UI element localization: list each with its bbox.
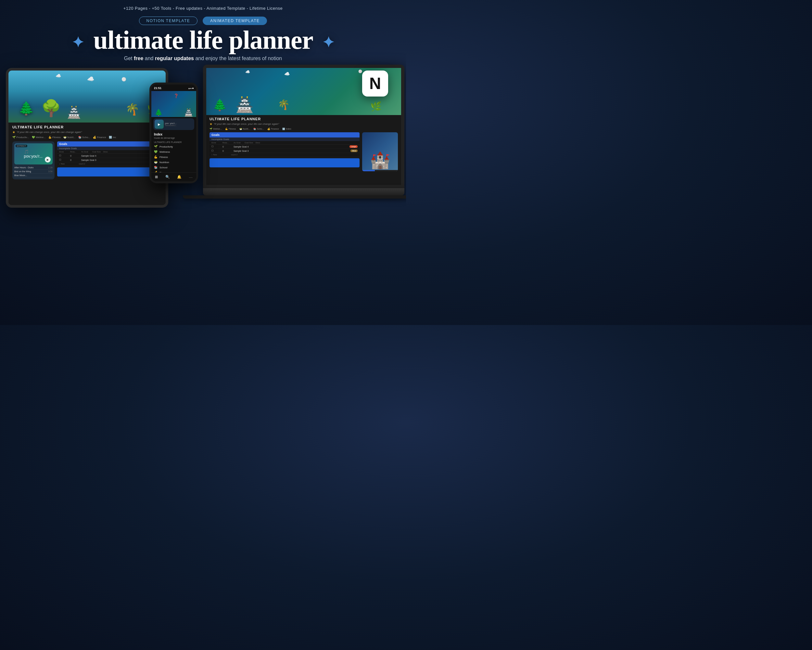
phone-nav-bell[interactable]: 🔔 <box>177 175 182 179</box>
laptop-tab-nutrition[interactable]: 🥗 Nutrit... <box>240 128 250 130</box>
tablet-goal-2-check: ☐ <box>59 159 69 161</box>
laptop-goal-2-size: Med <box>351 150 358 152</box>
laptop-tab-index[interactable]: 🔢 Index <box>282 128 292 130</box>
phone-signal-icons: ▲● ■ <box>188 87 194 89</box>
phone-menu-wellness[interactable]: 💚 Wellness <box>151 149 196 154</box>
phone-device: 21:51 ▲● ■ 🌲 🏯 ❓ ▶ pov: you'r... Someone… <box>150 83 198 183</box>
laptop-goal-row-2: ☐ 0 Sample Goal 3 Med <box>209 149 360 153</box>
badge-row: NOTION TEMPLATE ANIMATED TEMPLATE <box>0 17 406 25</box>
laptop-col-size: Goal Size <box>244 142 254 144</box>
laptop-progress-fill <box>362 170 375 171</box>
laptop-goal-1-check: ☐ <box>211 145 221 148</box>
phone-menu-nutrition[interactable]: 🥗 Nutrition <box>151 159 196 165</box>
phone-nutrition-label: Nutrition <box>159 161 169 164</box>
tablet-music-label: EXTRACT <box>15 145 27 147</box>
tablet-goal-1-name: Sample Goal 4 <box>81 155 150 157</box>
phone-music-card: ▶ pov: you'r... Someone/Li... <box>153 118 194 130</box>
phone-menu-fitness[interactable]: 💪 Fitness <box>151 154 196 159</box>
laptop-quote-text: "If your life can change once, your life… <box>214 122 279 125</box>
tablet-goal-row-1: ☐ 0 Sample Goal 4 Large <box>57 154 162 158</box>
laptop-nav-tabs: 🌱 Wellne... 💪 Fitness 🥗 Nutrit... 📚 Scho… <box>209 128 398 130</box>
tablet-blue-banner <box>57 167 162 176</box>
laptop-foot <box>183 195 406 199</box>
tablet-track-1-time: 1:28 <box>48 167 53 169</box>
tablet-nav-tabs: 🌱 Productiv... 💚 Wellne... 💪 Fitness 🥗 N… <box>12 136 162 139</box>
feature-text: +120 Pages - +50 Tools - Free updates - … <box>124 6 283 11</box>
laptop-goal-1-name: Sample Goal 4 <box>234 145 348 148</box>
phone-time: 21:51 <box>154 86 162 90</box>
tablet-tab-fitness[interactable]: 💪 Fitness <box>48 136 61 139</box>
tablet-track-1-name: After Hours - Outro <box>14 167 34 169</box>
tablet-music-play-button[interactable]: ▶ <box>45 157 51 162</box>
tablet-track-2: Bird on the Wing 3:56 <box>14 170 53 174</box>
laptop-base <box>203 188 404 195</box>
tablet-content-row: EXTRACT 🎵 pov:you'r... ▶ After Hours - O… <box>12 141 162 179</box>
laptop-goal-2-check: ☐ <box>211 150 221 152</box>
laptop-tab-fitness[interactable]: 💪 Fitness <box>225 128 236 130</box>
laptop-goals-count: + New count 2 <box>209 153 360 156</box>
tablet-quote-text: "If your life can change once, your life… <box>17 131 82 133</box>
phone-index-label: Index <box>151 131 196 137</box>
tablet-tab-nutrition[interactable]: 🥗 Nutrit... <box>63 136 76 139</box>
main-title: ✦ ultimate life planner ✦ <box>0 27 406 53</box>
phone-fitness-icon: 💪 <box>154 155 157 159</box>
phone-school-label: School <box>159 166 167 169</box>
phone-track-name: pov: you'r... <box>165 122 193 124</box>
laptop-goal-row-1: ☐ 0 Sample Goal 4 Large <box>209 145 360 149</box>
laptop-col-desc: Desc <box>256 142 266 144</box>
tablet-track-3: Blue Moon... <box>14 174 53 177</box>
laptop-blue-banner <box>209 158 360 167</box>
laptop-tab-school[interactable]: 📚 Scho... <box>253 128 264 130</box>
phone-status-bar: 21:51 ▲● ■ <box>151 84 196 91</box>
laptop-goal-1-reas: 0 <box>223 145 232 148</box>
tablet-tab-index[interactable]: 🔢 Inc <box>109 136 116 139</box>
tablet-goal-2-reas: 0 <box>70 159 80 161</box>
laptop-col-goal: As Goal <box>234 142 243 144</box>
tablet-tab-school[interactable]: 📚 Scho... <box>78 136 90 139</box>
notion-template-badge[interactable]: NOTION TEMPLATE <box>139 17 198 25</box>
tablet-goal-1-reas: 0 <box>70 155 80 157</box>
phone-school-icon: 📚 <box>154 166 157 169</box>
phone-track-artist: Someone/Li... <box>165 124 193 127</box>
tablet-tab-productivity[interactable]: 🌱 Productiv... <box>12 136 29 139</box>
laptop-tab-wellness[interactable]: 🌱 Wellne... <box>209 128 222 130</box>
subtitle: Get free and regular updates and enjoy t… <box>0 55 406 61</box>
phone-menu-productivity[interactable]: 🌱 Productivity <box>151 144 196 149</box>
laptop-content-row: Goals Incomplete Goals Done Reas... As G… <box>209 132 398 171</box>
tablet-notion-content: ULTIMATE LIFE PLANNER ★ "If your life ca… <box>8 122 166 205</box>
tablet-game-banner: 🌲 🌳 🏯 🌴 🌿 ☁️ ☁️ ⚪ <box>8 70 166 122</box>
phone-fitness-label: Fitness <box>159 156 168 159</box>
laptop-goals-header: Done Reas... As Goal Goal Size Desc <box>209 141 360 145</box>
tablet-tab-finance[interactable]: 💰 Finance <box>93 136 106 139</box>
quote-star-icon: ★ <box>12 130 15 134</box>
animated-template-badge[interactable]: ANIMATED TEMPLATE <box>203 17 267 25</box>
laptop-goal-2-name: Sample Goal 3 <box>234 150 349 152</box>
phone-nav-menu[interactable]: — <box>189 175 192 179</box>
phone-music-play[interactable]: ▶ <box>155 119 164 129</box>
star-right-icon: ✦ <box>322 35 334 50</box>
tablet-notion-title: ULTIMATE LIFE PLANNER <box>12 125 162 129</box>
notion-logo: N <box>362 70 388 96</box>
tablet-goals-title: Goals <box>57 141 162 147</box>
star-left-icon: ✦ <box>72 35 84 50</box>
tablet-goals-header: Done Reas... As Goal Goal Size Desc <box>57 150 162 154</box>
phone-track-info: pov: you'r... Someone/Li... <box>165 122 193 127</box>
tablet-col-desc: Desc <box>103 151 113 153</box>
laptop-tab-finance[interactable]: 💰 Finance <box>267 128 279 130</box>
phone-nav-home[interactable]: ⊞ <box>155 175 158 179</box>
feature-bar: +120 Pages - +50 Tools - Free updates - … <box>0 0 406 14</box>
laptop-col-reas: Reas... <box>223 142 232 144</box>
phone-productivity-icon: 🌱 <box>154 145 157 148</box>
phone-nav-search[interactable]: 🔍 <box>165 175 170 179</box>
tablet-goals-box: Goals Incomplete Goals Done Reas... As G… <box>57 141 162 179</box>
phone-app-title: ULTIMATE LIFE PLANNER <box>151 141 196 144</box>
phone-menu-school[interactable]: 📚 School <box>151 165 196 170</box>
tablet-tab-wellness[interactable]: 💚 Wellne... <box>32 136 46 139</box>
laptop-goals-table: Done Reas... As Goal Goal Size Desc ☐ 0 … <box>209 141 360 156</box>
tablet-device: 🌲 🌳 🏯 🌴 🌿 ☁️ ☁️ ⚪ ULTIMATE LIFE PLANNER … <box>6 68 168 208</box>
tablet-track-3-name: Blue Moon... <box>14 174 27 176</box>
phone-wellness-icon: 💚 <box>154 150 157 153</box>
laptop-col-done: Done <box>211 142 221 144</box>
tablet-game-scene: 🌲 🌳 🏯 🌴 🌿 ☁️ ☁️ ⚪ <box>8 70 166 122</box>
phone-nutrition-icon: 🥗 <box>154 161 157 164</box>
